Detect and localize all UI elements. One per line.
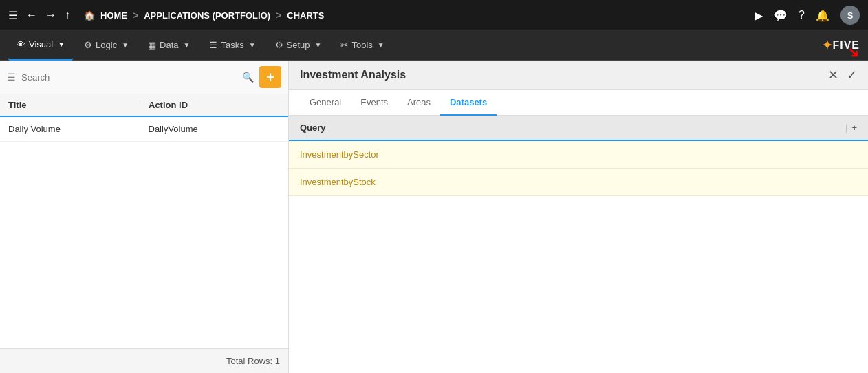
cell-title: Daily Volume xyxy=(8,124,140,134)
dataset-empty-area xyxy=(289,196,868,368)
setup-label: Setup xyxy=(287,40,310,50)
five-logo-text: FIVE xyxy=(832,39,860,52)
breadcrumb-sep-2: > xyxy=(276,10,281,21)
charts-label[interactable]: CHARTS xyxy=(287,10,324,21)
tasks-icon: ☰ xyxy=(209,40,217,50)
chat-icon[interactable]: 💬 xyxy=(774,9,788,22)
tab-events[interactable]: Events xyxy=(351,90,398,116)
column-header-title: Title xyxy=(8,100,140,110)
dataset-row-2[interactable]: InvestmentbyStock xyxy=(289,169,868,196)
add-dataset-button[interactable]: | + xyxy=(845,122,857,133)
left-panel: ☰ 🔍 + Title Action ID Daily Volume Daily… xyxy=(0,61,289,373)
table-footer: Total Rows: 1 xyxy=(0,348,288,373)
dataset-label-1: InvestmentbySector xyxy=(300,149,379,160)
dialog-header: Investment Analysis ✕ ✓ ➜ xyxy=(289,61,868,90)
up-icon[interactable]: ↑ xyxy=(65,9,70,21)
breadcrumb-sep-1: > xyxy=(133,10,138,21)
help-icon[interactable]: ? xyxy=(799,9,805,21)
tab-datasets[interactable]: Datasets xyxy=(440,90,497,116)
tasks-chevron: ▼ xyxy=(249,41,256,49)
data-label: Data xyxy=(160,40,178,50)
tools-icon: ✂ xyxy=(340,40,348,50)
nav-item-data[interactable]: ▦ Data ▼ xyxy=(140,30,198,61)
breadcrumb: 🏠 HOME > APPLICATIONS (PORTFOLIO) > CHAR… xyxy=(84,10,746,21)
visual-chevron: ▼ xyxy=(58,41,65,48)
home-icon: 🏠 xyxy=(84,10,95,21)
data-chevron: ▼ xyxy=(184,41,191,49)
applications-label[interactable]: APPLICATIONS (PORTFOLIO) xyxy=(144,10,270,21)
top-navigation-bar: ☰ ← → ↑ 🏠 HOME > APPLICATIONS (PORTFOLIO… xyxy=(0,0,868,30)
cell-action-id: DailyVolume xyxy=(140,124,281,134)
menu-icon[interactable]: ☰ xyxy=(8,9,18,22)
bell-icon[interactable]: 🔔 xyxy=(816,9,829,22)
setup-chevron: ▼ xyxy=(315,41,322,49)
add-button[interactable]: + xyxy=(259,66,281,88)
plus-icon: + xyxy=(851,122,857,133)
logic-icon: ⚙ xyxy=(84,40,92,50)
setup-icon: ⚙ xyxy=(275,40,283,50)
tools-chevron: ▼ xyxy=(378,41,384,49)
tabs-bar: General Events Areas Datasets xyxy=(289,90,868,116)
tasks-label: Tasks xyxy=(221,40,243,50)
logic-label: Logic xyxy=(96,40,117,50)
filter-icon[interactable]: ☰ xyxy=(7,72,16,83)
visual-label: Visual xyxy=(29,39,53,50)
dialog-title: Investment Analysis xyxy=(300,69,406,81)
dialog-actions: ✕ ✓ ➜ xyxy=(828,67,857,83)
nav-item-tasks[interactable]: ☰ Tasks ▼ xyxy=(201,30,263,61)
dataset-content: Query | + InvestmentbySector Investmentb… xyxy=(289,116,868,373)
dataset-label-2: InvestmentbyStock xyxy=(300,177,376,187)
table-header: Title Action ID xyxy=(0,94,288,117)
tab-areas[interactable]: Areas xyxy=(398,90,440,116)
home-label[interactable]: HOME xyxy=(100,10,127,21)
confirm-button[interactable]: ✓ xyxy=(847,68,857,82)
nav-item-logic[interactable]: ⚙ Logic ▼ xyxy=(76,30,137,61)
nav-item-visual[interactable]: 👁 Visual ▼ xyxy=(8,30,73,61)
table-empty-space xyxy=(0,142,288,348)
search-bar: ☰ 🔍 + xyxy=(0,61,288,94)
search-icon[interactable]: 🔍 xyxy=(242,72,254,83)
data-icon: ▦ xyxy=(148,40,156,50)
search-input[interactable] xyxy=(21,72,237,83)
column-header-action: Action ID xyxy=(140,100,280,110)
dataset-table-header: Query | + xyxy=(289,116,868,141)
visual-icon: 👁 xyxy=(17,39,25,50)
table-row[interactable]: Daily Volume DailyVolume xyxy=(0,117,288,142)
avatar[interactable]: S xyxy=(840,6,860,25)
nav-item-setup[interactable]: ⚙ Setup ▼ xyxy=(267,30,330,61)
dataset-row-1[interactable]: InvestmentbySector xyxy=(289,141,868,169)
query-column-header: Query xyxy=(300,122,326,133)
right-panel: Investment Analysis ✕ ✓ ➜ General Events… xyxy=(289,61,868,373)
play-icon[interactable]: ▶ xyxy=(755,9,763,22)
main-layout: ☰ 🔍 + Title Action ID Daily Volume Daily… xyxy=(0,61,868,373)
tools-label: Tools xyxy=(351,40,372,50)
back-icon[interactable]: ← xyxy=(26,9,37,21)
tab-general[interactable]: General xyxy=(300,90,351,116)
confirm-action-wrapper: ✓ ➜ xyxy=(847,67,857,83)
total-rows-label: Total Rows: 1 xyxy=(226,356,280,366)
five-logo: ✦ FIVE xyxy=(822,38,860,53)
pipe-separator: | xyxy=(845,122,847,133)
forward-icon[interactable]: → xyxy=(45,9,56,21)
close-button[interactable]: ✕ xyxy=(828,67,838,83)
logic-chevron: ▼ xyxy=(122,41,129,49)
nav-item-tools[interactable]: ✂ Tools ▼ xyxy=(332,30,392,61)
top-bar-right-actions: ▶ 💬 ? 🔔 S xyxy=(755,6,860,25)
secondary-navigation-bar: 👁 Visual ▼ ⚙ Logic ▼ ▦ Data ▼ ☰ Tasks ▼ … xyxy=(0,30,868,61)
